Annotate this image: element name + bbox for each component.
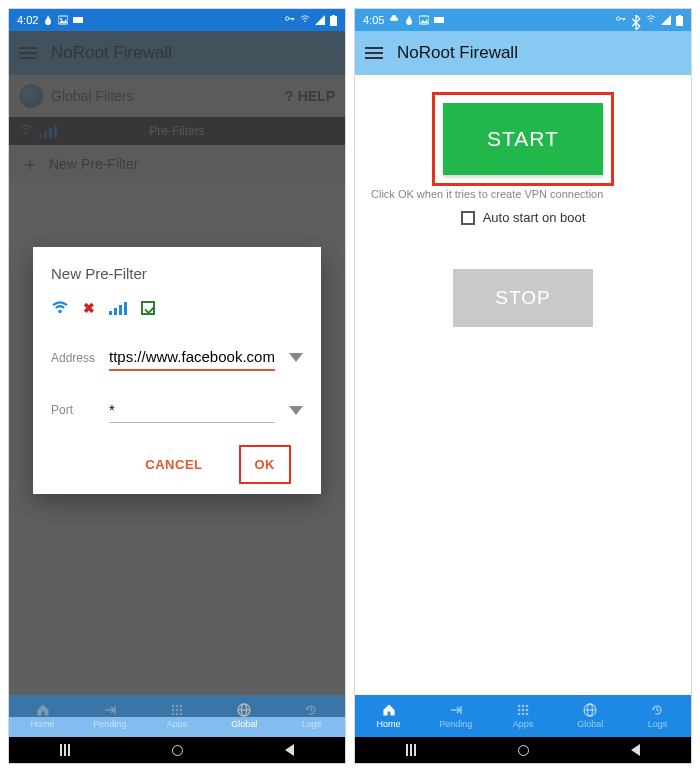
start-button[interactable]: START bbox=[443, 103, 603, 175]
svg-point-35 bbox=[518, 713, 521, 716]
globe-icon bbox=[582, 703, 598, 717]
nav-home[interactable]: Home bbox=[9, 695, 76, 737]
recent-apps-button[interactable] bbox=[406, 744, 416, 756]
signal-icon bbox=[315, 15, 325, 25]
status-bar: 4:05 bbox=[355, 9, 691, 31]
nav-home[interactable]: Home bbox=[355, 695, 422, 737]
svg-rect-23 bbox=[434, 17, 444, 23]
svg-point-14 bbox=[176, 709, 179, 712]
main-content: START Click OK when it tries to create V… bbox=[355, 75, 691, 327]
svg-point-24 bbox=[616, 17, 620, 21]
clock: 4:05 bbox=[363, 14, 384, 26]
x-icon[interactable]: ✖ bbox=[83, 300, 95, 316]
nav-label: Pending bbox=[439, 719, 472, 729]
nav-apps[interactable]: Apps bbox=[489, 695, 556, 737]
svg-rect-5 bbox=[330, 16, 337, 26]
app-title: NoRoot Firewall bbox=[397, 43, 518, 63]
bluetooth-icon bbox=[631, 15, 641, 25]
svg-point-31 bbox=[526, 705, 529, 708]
nav-pending[interactable]: Pending bbox=[422, 695, 489, 737]
dialog-icon-row: ✖ bbox=[51, 300, 303, 316]
wifi-icon bbox=[300, 15, 310, 25]
svg-point-12 bbox=[180, 705, 183, 708]
nav-label: Apps bbox=[167, 719, 188, 729]
home-button[interactable] bbox=[172, 745, 183, 756]
new-prefilter-dialog: New Pre-Filter ✖ Address Port CANCEL O bbox=[33, 247, 321, 494]
bottom-nav: Home Pending Apps Global Logs bbox=[9, 695, 345, 737]
recent-apps-button[interactable] bbox=[60, 744, 70, 756]
nav-logs[interactable]: Logs bbox=[278, 695, 345, 737]
cloud-icon bbox=[389, 15, 399, 25]
address-label: Address bbox=[51, 351, 99, 365]
back-button[interactable] bbox=[285, 744, 294, 756]
app-bar: NoRoot Firewall bbox=[355, 31, 691, 75]
bars-icon[interactable] bbox=[109, 301, 127, 315]
ok-button[interactable]: OK bbox=[243, 449, 288, 480]
battery-icon bbox=[676, 15, 683, 26]
key-icon bbox=[616, 15, 626, 25]
autostart-label: Auto start on boot bbox=[483, 210, 586, 225]
grid-icon bbox=[515, 703, 531, 717]
cancel-button[interactable]: CANCEL bbox=[133, 449, 214, 480]
check-icon[interactable] bbox=[141, 301, 155, 315]
svg-point-17 bbox=[176, 713, 179, 716]
svg-point-1 bbox=[60, 18, 62, 20]
home-icon bbox=[381, 703, 397, 717]
chevron-down-icon[interactable] bbox=[289, 353, 303, 362]
svg-point-30 bbox=[522, 705, 525, 708]
address-field: Address bbox=[51, 344, 303, 371]
hamburger-icon[interactable] bbox=[365, 47, 383, 59]
globe-icon bbox=[236, 703, 252, 717]
svg-point-37 bbox=[526, 713, 529, 716]
svg-rect-27 bbox=[678, 15, 681, 17]
svg-point-4 bbox=[304, 20, 306, 22]
battery-icon bbox=[330, 15, 337, 26]
wifi-icon[interactable] bbox=[51, 301, 69, 315]
svg-point-16 bbox=[172, 713, 175, 716]
back-button[interactable] bbox=[631, 744, 640, 756]
nav-global[interactable]: Global bbox=[557, 695, 624, 737]
bottom-nav: Home Pending Apps Global Logs bbox=[355, 695, 691, 737]
svg-point-34 bbox=[526, 709, 529, 712]
stop-button[interactable]: STOP bbox=[453, 269, 592, 327]
svg-rect-26 bbox=[676, 16, 683, 26]
nav-label: Apps bbox=[513, 719, 534, 729]
svg-rect-6 bbox=[332, 15, 335, 17]
autostart-checkbox[interactable] bbox=[461, 211, 475, 225]
signal-icon bbox=[661, 15, 671, 25]
svg-point-15 bbox=[180, 709, 183, 712]
badge-icon bbox=[434, 15, 444, 25]
nav-label: Logs bbox=[302, 719, 322, 729]
wifi-icon bbox=[646, 15, 656, 25]
svg-point-36 bbox=[522, 713, 525, 716]
svg-point-8 bbox=[58, 310, 62, 314]
nav-pending[interactable]: Pending bbox=[76, 695, 143, 737]
android-nav bbox=[355, 737, 691, 763]
nav-global[interactable]: Global bbox=[211, 695, 278, 737]
svg-point-32 bbox=[518, 709, 521, 712]
home-button[interactable] bbox=[518, 745, 529, 756]
nav-label: Home bbox=[31, 719, 55, 729]
flame-icon bbox=[43, 15, 53, 25]
status-bar: 4:02 bbox=[9, 9, 345, 31]
port-label: Port bbox=[51, 403, 99, 417]
port-input[interactable] bbox=[109, 397, 275, 423]
grid-icon bbox=[169, 703, 185, 717]
port-field: Port bbox=[51, 397, 303, 423]
svg-point-29 bbox=[518, 705, 521, 708]
chevron-down-icon[interactable] bbox=[289, 406, 303, 415]
svg-point-11 bbox=[176, 705, 179, 708]
history-icon bbox=[303, 703, 319, 717]
nav-label: Home bbox=[377, 719, 401, 729]
nav-label: Logs bbox=[648, 719, 668, 729]
nav-apps[interactable]: Apps bbox=[143, 695, 210, 737]
autostart-row[interactable]: Auto start on boot bbox=[371, 210, 675, 225]
dialog-title: New Pre-Filter bbox=[51, 265, 303, 282]
phone-left: 4:02 NoR bbox=[8, 8, 346, 764]
svg-point-33 bbox=[522, 709, 525, 712]
nav-logs[interactable]: Logs bbox=[624, 695, 691, 737]
nav-label: Pending bbox=[93, 719, 126, 729]
badge-icon bbox=[73, 15, 83, 25]
phone-right: 4:05 NoRoot Firewall START Click OK when… bbox=[354, 8, 692, 764]
address-input[interactable] bbox=[109, 344, 275, 371]
